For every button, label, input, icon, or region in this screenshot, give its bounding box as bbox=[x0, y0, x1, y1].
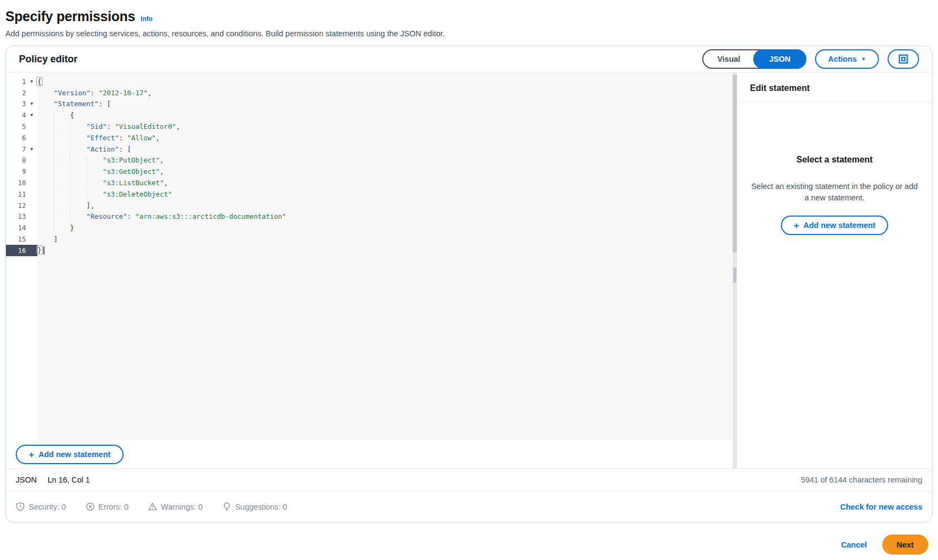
code-content: } bbox=[37, 222, 733, 233]
code-line-3[interactable]: 3▼"Statement": [ bbox=[6, 99, 733, 110]
tab-json[interactable]: JSON bbox=[753, 49, 806, 69]
line-gutter: 15 bbox=[6, 233, 37, 245]
json-code-editor[interactable]: 1▼{2"Version": "2012-10-17",3▼"Statement… bbox=[6, 73, 733, 440]
expand-editor-button[interactable] bbox=[888, 49, 919, 69]
line-number: 7 bbox=[6, 145, 26, 153]
page-header: Specify permissions Info Add permissions… bbox=[0, 0, 938, 38]
actions-button-label: Actions bbox=[828, 55, 857, 63]
line-gutter: 1▼ bbox=[6, 76, 37, 87]
line-gutter: 14 bbox=[6, 222, 37, 233]
tab-visual[interactable]: Visual bbox=[703, 50, 754, 68]
header-controls: Visual JSON Actions ▼ bbox=[702, 49, 919, 69]
characters-remaining: 5941 of 6144 characters remaining bbox=[801, 476, 922, 484]
line-number: 13 bbox=[6, 212, 26, 220]
code-line-5[interactable]: 5"Sid": "VisualEditor0", bbox=[6, 121, 733, 132]
line-gutter: 6 bbox=[6, 132, 37, 144]
code-content: "s3:GetObject", bbox=[37, 166, 733, 177]
code-line-15[interactable]: 15] bbox=[6, 233, 733, 245]
code-line-14[interactable]: 14} bbox=[6, 222, 733, 233]
check-for-new-access-link[interactable]: Check for new access bbox=[840, 503, 922, 511]
line-number: 11 bbox=[6, 190, 26, 198]
code-line-9[interactable]: 9"s3:GetObject", bbox=[6, 166, 733, 177]
editor-column: 1▼{2"Version": "2012-10-17",3▼"Statement… bbox=[6, 73, 733, 468]
warning-findings: Warnings: 0 bbox=[148, 502, 203, 511]
line-number: 5 bbox=[6, 122, 26, 131]
code-line-6[interactable]: 6"Effect": "Allow", bbox=[6, 132, 733, 144]
security-count-label: Security: 0 bbox=[29, 503, 66, 511]
line-gutter: 3▼ bbox=[6, 99, 37, 110]
fold-toggle-icon[interactable]: ▼ bbox=[26, 101, 37, 106]
page-title: Specify permissions bbox=[5, 9, 135, 24]
chevron-down-icon: ▼ bbox=[861, 56, 866, 62]
next-button[interactable]: Next bbox=[882, 535, 928, 555]
fold-toggle-icon[interactable]: ▼ bbox=[26, 113, 37, 118]
line-gutter: 13 bbox=[6, 211, 37, 223]
line-gutter: 7▼ bbox=[6, 144, 37, 155]
add-new-statement-button-panel[interactable]: + Add new statement bbox=[781, 216, 889, 235]
errors-count-label: Errors: 0 bbox=[99, 503, 129, 511]
line-gutter: 5 bbox=[6, 121, 37, 132]
editor-body: 1▼{2"Version": "2012-10-17",3▼"Statement… bbox=[6, 73, 932, 468]
empty-state-description: Select an existing statement in the poli… bbox=[750, 181, 919, 204]
code-content: { bbox=[37, 76, 733, 87]
page-subtitle: Add permissions by selecting services, a… bbox=[5, 29, 929, 38]
suggestion-findings: Suggestions: 0 bbox=[222, 502, 287, 511]
expand-icon bbox=[898, 54, 908, 64]
code-line-2[interactable]: 2"Version": "2012-10-17", bbox=[6, 87, 733, 99]
line-number: 8 bbox=[6, 156, 26, 164]
code-content: "Version": "2012-10-17", bbox=[37, 87, 733, 99]
warning-triangle-icon bbox=[148, 502, 157, 511]
code-content: } bbox=[37, 245, 733, 256]
code-line-7[interactable]: 7▼"Action": [ bbox=[6, 144, 733, 155]
info-link[interactable]: Info bbox=[140, 15, 152, 23]
line-gutter: 10 bbox=[6, 177, 37, 188]
wizard-footer: Cancel Next bbox=[0, 523, 938, 555]
add-new-statement-button-bottom[interactable]: + Add new statement bbox=[16, 445, 124, 464]
actions-button[interactable]: Actions ▼ bbox=[815, 49, 879, 69]
validation-bar: Security: 0 Errors: 0 Warnings: 0 bbox=[6, 491, 932, 522]
cancel-button[interactable]: Cancel bbox=[841, 541, 867, 549]
line-number: 1 bbox=[6, 77, 26, 86]
line-number: 10 bbox=[6, 179, 26, 187]
code-line-10[interactable]: 10"s3:ListBucket", bbox=[6, 177, 733, 188]
code-content: "Sid": "VisualEditor0", bbox=[37, 121, 733, 132]
add-new-statement-label: Add new statement bbox=[38, 450, 111, 459]
statement-empty-state: Select a statement Select an existing st… bbox=[737, 155, 932, 235]
policy-editor-header: Policy editor Visual JSON Actions ▼ bbox=[6, 46, 932, 73]
line-number: 14 bbox=[6, 224, 26, 232]
line-number: 9 bbox=[6, 167, 26, 175]
line-number: 15 bbox=[6, 235, 26, 243]
editor-panel-splitter[interactable] bbox=[733, 73, 737, 468]
code-line-16[interactable]: 16} bbox=[6, 245, 733, 256]
code-line-1[interactable]: 1▼{ bbox=[6, 76, 733, 87]
security-findings: Security: 0 bbox=[16, 502, 66, 511]
line-gutter: 16 bbox=[6, 245, 37, 256]
line-gutter: 12 bbox=[6, 200, 37, 211]
code-content: ], bbox=[37, 200, 733, 211]
line-gutter: 8 bbox=[6, 155, 37, 166]
code-line-4[interactable]: 4▼{ bbox=[6, 109, 733, 121]
code-content: "Effect": "Allow", bbox=[37, 132, 733, 144]
line-gutter: 2 bbox=[6, 87, 37, 99]
suggestion-bulb-icon bbox=[222, 502, 231, 511]
code-content: "Statement": [ bbox=[37, 99, 733, 110]
edit-statement-panel: Edit statement Select a statement Select… bbox=[737, 73, 932, 468]
add-new-statement-label: Add new statement bbox=[804, 221, 876, 230]
policy-editor-title: Policy editor bbox=[19, 54, 77, 65]
fold-toggle-icon[interactable]: ▼ bbox=[26, 147, 37, 152]
editor-scrollbar-thumb[interactable] bbox=[733, 75, 737, 252]
code-line-12[interactable]: 12], bbox=[6, 200, 733, 211]
code-line-13[interactable]: 13"Resource": "arn:aws:s3:::arcticdb-doc… bbox=[6, 211, 733, 223]
editor-toolbar: + Add new statement bbox=[6, 440, 733, 468]
code-line-8[interactable]: 8"s3:PutObject", bbox=[6, 155, 733, 166]
status-language: JSON bbox=[16, 476, 37, 484]
line-number: 12 bbox=[6, 201, 26, 210]
fold-toggle-icon[interactable]: ▼ bbox=[26, 79, 37, 84]
line-number: 2 bbox=[6, 89, 26, 97]
policy-editor-card: Policy editor Visual JSON Actions ▼ 1▼{2… bbox=[5, 45, 933, 523]
empty-state-title: Select a statement bbox=[750, 155, 919, 165]
code-line-11[interactable]: 11"s3:DeleteObject" bbox=[6, 188, 733, 200]
error-circle-icon bbox=[86, 502, 95, 511]
plus-icon: + bbox=[794, 221, 799, 230]
cursor-position: Ln 16, Col 1 bbox=[48, 476, 90, 484]
